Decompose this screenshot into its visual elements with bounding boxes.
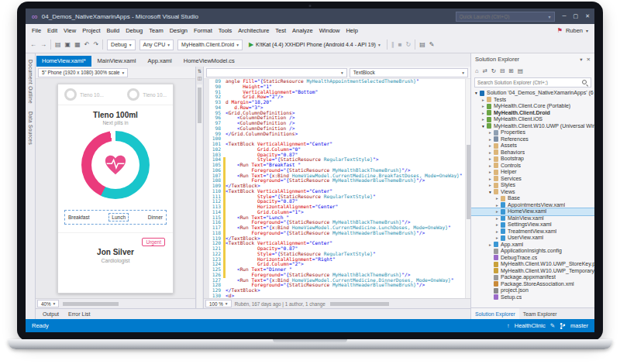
breakpoint-margin[interactable]	[204, 262, 209, 267]
navigate-back-icon[interactable]: ←	[30, 42, 36, 48]
code-line[interactable]: 124 Grid.Column="2">	[204, 262, 470, 267]
breakpoint-margin[interactable]	[204, 153, 209, 158]
expander-icon[interactable]: ▸	[487, 136, 493, 143]
breakpoint-margin[interactable]	[204, 163, 209, 168]
code-line[interactable]: 105 <Run Text="Breakfast "	[204, 163, 470, 168]
designer-vertical-scrollbar[interactable]	[197, 84, 202, 308]
start-debugging-button[interactable]: ▶ K!tKat (4.4) XXHDPI Phone (Android 4.4…	[246, 41, 383, 48]
menu-item-window[interactable]: Window	[316, 27, 343, 34]
document-tab[interactable]: MainView.xaml	[92, 56, 142, 67]
menu-item-format[interactable]: Format	[191, 27, 215, 34]
undo-icon[interactable]: ↶	[84, 42, 90, 48]
tree-item[interactable]: ▾MyHealth.Client.W10.UWP (Universal Wind…	[471, 123, 594, 130]
window-position-icon[interactable]: ▾	[580, 57, 582, 63]
code-line[interactable]: 100	[204, 136, 470, 142]
show-all-files-icon[interactable]: ⊞	[508, 67, 513, 74]
breakpoint-margin[interactable]	[204, 184, 209, 189]
expander-icon[interactable]: ▸	[487, 163, 493, 170]
breakpoint-margin[interactable]	[204, 168, 209, 173]
save-icon[interactable]: ▣	[65, 42, 71, 48]
search-box[interactable]	[474, 77, 591, 88]
breakpoint-margin[interactable]	[204, 241, 209, 246]
breakpoint-margin[interactable]	[204, 273, 209, 278]
tree-item[interactable]: ▸MyHealth.Client.Droid	[471, 110, 594, 117]
code-line[interactable]: 101<TextBlock VerticalAlignment="Center"	[204, 142, 470, 147]
breakpoint-margin[interactable]	[204, 126, 209, 132]
expander-icon[interactable]: ▸	[480, 103, 486, 110]
code-line[interactable]: 122 Style="{StaticResource RegularTextSt…	[204, 252, 470, 257]
code-line[interactable]: 90 Height="1"	[204, 84, 470, 90]
code-line[interactable]: 104 Style="{StaticResource RegularTextSt…	[204, 157, 470, 163]
tree-item[interactable]: ▾Views	[471, 189, 594, 196]
menu-item-analyze[interactable]: Analyze	[289, 27, 316, 34]
tree-item[interactable]: Package.appxmanifest	[471, 274, 594, 281]
menu-item-help[interactable]: Help	[343, 27, 360, 34]
expander-icon[interactable]: ▸	[487, 129, 493, 136]
code-line[interactable]: 110<TextBlock VerticalAlignment="Center"	[204, 189, 470, 194]
minimize-button[interactable]: ─	[563, 13, 567, 19]
tree-item[interactable]: ▾Solution '04_Demos_NativeXamarinApps' (…	[471, 90, 594, 97]
tree-item[interactable]: ▸TreatmentView.xaml	[471, 228, 594, 235]
startup-project-select[interactable]: MyHealth.Client.Droid▾	[177, 39, 243, 50]
tree-item[interactable]: ▸Behaviors	[471, 149, 594, 156]
editor-vertical-scrollbar[interactable]	[465, 79, 470, 298]
tree-item[interactable]: ▸Styles	[471, 182, 594, 189]
tree-item[interactable]: project.json	[471, 287, 594, 294]
expander-icon[interactable]: ▾	[487, 189, 493, 196]
breakpoint-margin[interactable]	[204, 257, 209, 263]
expander-icon[interactable]: ▸	[494, 221, 500, 228]
breakpoint-margin[interactable]	[204, 111, 209, 116]
menu-item-architecture[interactable]: Architecture	[235, 27, 272, 34]
expander-icon[interactable]: ▸	[480, 110, 486, 117]
code-line[interactable]: 125 <Run Text="Dinner "	[204, 267, 470, 273]
code-line[interactable]: 129</TextBlock>	[204, 288, 470, 294]
tree-item[interactable]: ▸References	[471, 136, 594, 143]
search-input[interactable]	[477, 80, 579, 85]
tree-item[interactable]: Package.StoreAssociation.xml	[471, 281, 594, 288]
tree-item[interactable]: ▸Assets	[471, 143, 594, 149]
tree-item[interactable]: ▸HomeView.xaml	[471, 208, 594, 215]
properties-icon[interactable]: ▤	[518, 67, 523, 74]
device-selector[interactable]: 5" Phone (1920 x 1080) 300% scale ▾	[38, 68, 128, 77]
collapse-all-icon[interactable]: ⊟	[500, 67, 505, 74]
code-line[interactable]: 127 <Run Text="{x:Bind HomeViewModel.Cur…	[204, 278, 470, 283]
tree-item[interactable]: ▸Bootstrap	[471, 156, 594, 163]
code-line[interactable]: 95<Grid.ColumnDefinitions>	[204, 111, 470, 116]
expander-icon[interactable]: ▸	[487, 242, 493, 249]
scrollbar-thumb[interactable]	[467, 145, 470, 219]
breakpoint-margin[interactable]	[204, 121, 209, 126]
code-line[interactable]: 102 Grid.Column="0"	[204, 147, 470, 153]
menu-item-project[interactable]: Project	[79, 27, 103, 34]
code-line[interactable]: 130<d>	[204, 294, 470, 298]
scrollbar-thumb[interactable]	[198, 88, 202, 123]
expander-icon[interactable]: ▸	[487, 176, 493, 183]
breakpoint-margin[interactable]	[204, 252, 209, 257]
breakpoint-margin[interactable]	[204, 100, 209, 105]
code-line[interactable]: 103 Opacity="0.87"	[204, 153, 470, 158]
document-tab[interactable]: App.xaml	[142, 56, 177, 67]
publish-icon[interactable]: ↑	[507, 322, 510, 329]
code-line[interactable]: 126 Foreground="{StaticResource MyHealth…	[204, 273, 470, 278]
code-line[interactable]: 99</Grid.ColumnDefinitions>	[204, 132, 470, 137]
swap-panes-icon[interactable]: ⇅	[198, 68, 202, 75]
breakpoint-margin[interactable]	[204, 189, 209, 194]
code-line[interactable]: 119</TextBlock>	[204, 236, 470, 242]
menu-item-view[interactable]: View	[60, 27, 79, 34]
menu-item-team[interactable]: Team	[146, 27, 166, 34]
editor-zoom-select[interactable]: 100 %▾	[205, 300, 232, 307]
tool-window-tab[interactable]: Solution Explorer	[471, 308, 519, 319]
tree-item[interactable]: MyHealth.Client.W10.UWP_TemporaryKey.pfx	[471, 268, 594, 275]
tab-data-sources[interactable]: Data Sources	[28, 112, 33, 145]
breakpoint-margin[interactable]	[204, 173, 209, 179]
breakpoint-margin[interactable]	[204, 294, 209, 298]
code-line[interactable]: 94 d.Row="3">	[204, 105, 470, 111]
new-file-icon[interactable]: ▤	[55, 42, 61, 48]
breakpoint-margin[interactable]	[204, 157, 209, 163]
code-line[interactable]: 116 Foreground="{StaticResource MyHealth…	[204, 220, 470, 225]
solution-configuration-select[interactable]: Debug▾	[107, 39, 135, 50]
solution-platform-select[interactable]: Any CPU▾	[140, 39, 174, 50]
breakpoint-margin[interactable]	[204, 194, 209, 200]
search-icon[interactable]	[581, 79, 588, 86]
breakpoint-margin[interactable]	[204, 231, 209, 236]
expander-icon[interactable]: ▾	[474, 90, 479, 97]
